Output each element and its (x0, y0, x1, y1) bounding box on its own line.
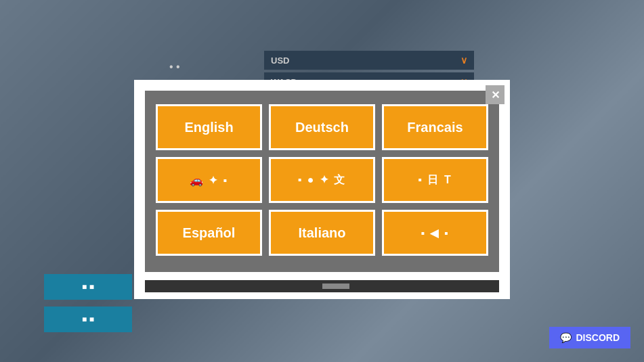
language-grid: English Deutsch Francais 🚗 ✦ ▪ ▪ ● ✦ 文 ▪… (156, 104, 488, 256)
lang-label-english: English (184, 120, 233, 135)
currency-dropdown[interactable]: USD ∨ (264, 51, 474, 70)
lang-label-korean: ▪ ◀ ▪ (421, 227, 449, 240)
currency-chevron: ∨ (460, 55, 467, 66)
lang-button-english[interactable]: English (156, 104, 262, 150)
modal-close-button[interactable]: ✕ (486, 85, 505, 104)
currency-label: USD (271, 55, 289, 66)
lang-label-francais: Francais (407, 120, 463, 135)
language-modal: ✕ English Deutsch Francais 🚗 ✦ ▪ ▪ ● ✦ 文… (134, 80, 510, 299)
left-button-2[interactable]: ■ ■ (44, 307, 132, 332)
lang-button-japanese[interactable]: 🚗 ✦ ▪ (156, 157, 262, 203)
lang-button-chinese-trad[interactable]: ▪ ● ✦ 文 (269, 157, 375, 203)
left-buttons-area: ■ ■ ■ ■ (44, 274, 132, 332)
lang-button-francais[interactable]: Francais (382, 104, 488, 150)
lang-label-deutsch: Deutsch (295, 120, 349, 135)
discord-label: DISCORD (576, 332, 620, 343)
modal-inner: English Deutsch Francais 🚗 ✦ ▪ ▪ ● ✦ 文 ▪… (145, 91, 499, 272)
lang-button-italiano[interactable]: Italiano (269, 210, 375, 256)
lang-label-chinese-trad: ▪ ● ✦ 文 (298, 173, 347, 187)
lang-label-italiano: Italiano (298, 225, 345, 241)
lang-label-chinese-simp: ▪ 日 T (418, 173, 452, 187)
lang-button-chinese-simp[interactable]: ▪ 日 T (382, 157, 488, 203)
left-button-1[interactable]: ■ ■ (44, 274, 132, 300)
lang-button-korean[interactable]: ▪ ◀ ▪ (382, 210, 488, 256)
modal-scrollbar[interactable] (145, 280, 499, 292)
discord-icon: 💬 (560, 332, 572, 343)
modal-scrollbar-thumb (322, 284, 349, 289)
dots-indicator: • • (169, 61, 180, 73)
lang-label-japanese: 🚗 ✦ ▪ (190, 174, 229, 187)
lang-button-deutsch[interactable]: Deutsch (269, 104, 375, 150)
lang-button-espanol[interactable]: Español (156, 210, 262, 256)
lang-label-espanol: Español (183, 225, 236, 241)
discord-button[interactable]: 💬 DISCORD (549, 327, 630, 348)
